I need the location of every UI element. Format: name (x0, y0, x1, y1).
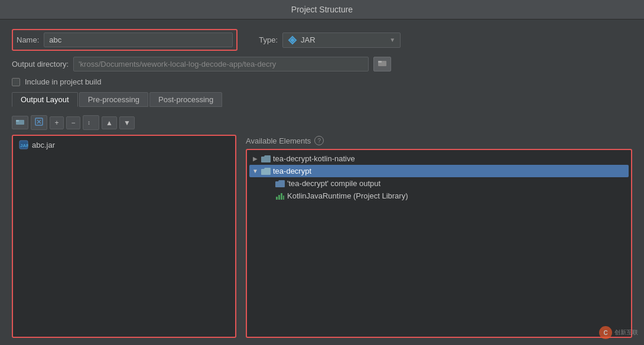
tree-item-compile-output-label: 'tea-decrypt' compile output (287, 179, 380, 188)
toolbar-row: + − ↕ ▲ ▼ (12, 113, 632, 132)
tab-pre-processing[interactable]: Pre-processing (79, 92, 148, 107)
checkbox-row: Include in project build (12, 77, 632, 86)
left-panel: JAR abc.jar (12, 135, 236, 338)
include-in-build-label: Include in project build (25, 77, 101, 86)
tab-output-layout[interactable]: Output Layout (12, 92, 78, 107)
name-type-row: Name: Type: JAR ▼ (12, 29, 632, 51)
project-library-suffix: (Project Library) (353, 191, 408, 200)
svg-rect-13 (278, 195, 280, 200)
watermark-text: 创新互联 (614, 328, 638, 337)
toolbar-sort-icon: ↕ (87, 118, 95, 126)
toolbar-zip-icon (35, 118, 43, 126)
list-item[interactable]: JAR abc.jar (15, 138, 233, 151)
help-icon[interactable]: ? (314, 136, 324, 145)
tree-item-kotlin-native-label: tea-decrypt-kotlin-native (273, 154, 355, 163)
output-label: Output directory: (12, 60, 69, 69)
svg-rect-15 (283, 196, 284, 200)
output-row: Output directory: (12, 57, 632, 71)
type-value: JAR (301, 35, 386, 44)
window-title: Project Structure (291, 5, 353, 14)
tab-post-processing[interactable]: Post-processing (149, 92, 222, 107)
toolbar-sort-button[interactable]: ↕ (83, 115, 99, 130)
type-select[interactable]: JAR ▼ (282, 32, 401, 48)
tree-item-kotlin-runtime[interactable]: KotlinJavaRuntime (Project Library) (264, 190, 629, 202)
watermark-logo: C (599, 326, 612, 339)
expand-arrow-selected-icon: ▼ (252, 168, 259, 174)
tree-item-kotlin-runtime-label: KotlinJavaRuntime (Project Library) (287, 191, 408, 200)
available-elements-header: Available Elements ? (246, 135, 632, 147)
svg-rect-14 (281, 193, 282, 200)
tree-item-tea-decrypt[interactable]: ▼ tea-decrypt (249, 165, 629, 177)
svg-rect-5 (16, 120, 19, 122)
jar-filename: abc.jar (32, 141, 55, 149)
right-panel: Available Elements ? ▶ tea-decrypt-kotli… (246, 135, 632, 338)
tree-item-kotlin-native[interactable]: ▶ tea-decrypt-kotlin-native (249, 152, 629, 165)
toolbar-folder-button[interactable] (12, 116, 28, 129)
folder-browse-icon (378, 59, 386, 67)
toolbar-move-up-button[interactable]: ▲ (102, 116, 117, 129)
main-content: Name: Type: JAR ▼ Output directory: (0, 19, 644, 345)
folder-selected-icon (261, 167, 271, 175)
svg-rect-3 (378, 61, 382, 63)
bar-chart-icon (275, 192, 285, 200)
project-structure-window: Project Structure Name: Type: JAR ▼ (0, 0, 644, 345)
dropdown-arrow-icon: ▼ (389, 37, 395, 43)
tree-item-tea-decrypt-label: tea-decrypt (273, 167, 311, 175)
svg-text:↕: ↕ (87, 119, 90, 126)
folder-icon (261, 155, 271, 163)
available-elements-label: Available Elements (246, 136, 311, 145)
panels-row: JAR abc.jar Available Elements ? ▶ (12, 135, 632, 338)
name-input[interactable] (44, 32, 233, 47)
toolbar-add-button[interactable]: + (50, 116, 64, 129)
browse-folder-button[interactable] (373, 57, 391, 71)
tree-item-compile-output[interactable]: 'tea-decrypt' compile output (264, 177, 629, 190)
type-label: Type: (259, 35, 278, 44)
include-in-build-checkbox[interactable] (12, 78, 20, 86)
jar-type-icon (288, 35, 297, 45)
watermark: C 创新互联 (599, 326, 638, 339)
expand-arrow-icon: ▶ (252, 155, 259, 162)
tabs-row: Output Layout Pre-processing Post-proces… (12, 92, 632, 107)
toolbar-zip-button[interactable] (31, 115, 47, 130)
name-group: Name: (12, 29, 238, 51)
svg-text:JAR: JAR (20, 143, 28, 148)
folder-small-icon (275, 180, 285, 188)
jar-file-icon: JAR (19, 140, 28, 149)
toolbar-move-down-button[interactable]: ▼ (119, 116, 135, 129)
toolbar-folder-icon (16, 118, 24, 125)
toolbar-remove-button[interactable]: − (66, 116, 80, 129)
title-bar: Project Structure (0, 0, 644, 19)
type-group: Type: JAR ▼ (259, 32, 401, 48)
name-label: Name: (17, 35, 39, 44)
output-input[interactable] (73, 57, 369, 71)
tree-container: ▶ tea-decrypt-kotlin-native ▼ (246, 149, 632, 338)
svg-rect-12 (276, 197, 278, 200)
